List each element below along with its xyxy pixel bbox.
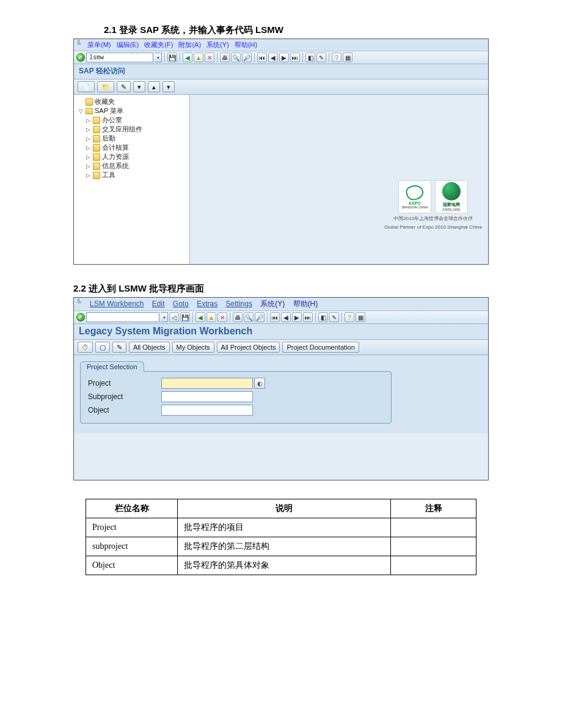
layout-icon[interactable]: ▦ (343, 53, 352, 62)
menu-item[interactable]: 帮助(H) (293, 300, 318, 308)
shortcut-icon[interactable]: ✎ (316, 53, 326, 62)
expo-logo: EXPO SHANGHAI CHINA (398, 180, 431, 213)
find-icon[interactable]: 🔍 (231, 53, 241, 62)
move-up-button[interactable]: ▴ (148, 81, 160, 92)
first-page-icon[interactable]: ⏮ (270, 312, 280, 322)
tcode-dropdown-icon[interactable]: ▾ (161, 312, 168, 322)
fav-create-button[interactable]: 📄 (78, 81, 95, 92)
menu-item[interactable]: Edit (152, 300, 165, 308)
tcode-dropdown-icon[interactable]: ▾ (155, 53, 162, 62)
search-help-icon[interactable]: ◐ (254, 378, 265, 389)
menu-item[interactable]: 帮助(H) (235, 41, 257, 48)
next-page-icon[interactable]: ▶ (292, 312, 302, 322)
folder-icon (86, 98, 93, 106)
help-icon[interactable]: ? (345, 312, 354, 322)
next-page-icon[interactable]: ▶ (279, 53, 289, 62)
save-icon[interactable]: 💾 (180, 312, 190, 322)
delete-fav-button[interactable]: ▾ (133, 81, 145, 92)
exit-icon[interactable]: ▲ (206, 312, 216, 322)
branding-footer-cn: 中国2010年上海世博会全球合作伙伴 (384, 216, 482, 222)
all-project-objects-button[interactable]: All Project Objects (217, 342, 280, 353)
tree-node[interactable]: 工具 (102, 171, 115, 180)
fav-folder-button[interactable]: 📁 (97, 81, 114, 92)
window-title: SAP 轻松访问 (74, 64, 488, 79)
tcode-input[interactable] (86, 53, 153, 62)
menu-item[interactable]: 菜单(M) (87, 41, 111, 48)
find-next-icon[interactable]: 🔎 (242, 53, 252, 62)
find-icon[interactable]: 🔍 (244, 312, 254, 322)
menubar: 菜单(M) 编辑(E) 收藏夹(F) 附加(A) 系统(Y) 帮助(H) (74, 39, 488, 51)
object-label: Object (88, 406, 161, 414)
last-page-icon[interactable]: ⏭ (290, 53, 300, 62)
tree-node[interactable]: 人力资源 (102, 152, 129, 161)
navigation-tree[interactable]: 收藏夹 ▽SAP 菜单 ▷办公室 ▷交叉应用组件 ▷后勤 ▷会计核算 ▷人力资源… (74, 95, 190, 264)
lsmw-window: ╚ LSM Workbench Edit Goto Extras Setting… (73, 297, 489, 480)
menu-item[interactable]: 附加(A) (178, 41, 201, 48)
change-entry-button[interactable]: ✎ (112, 342, 126, 353)
find-next-icon[interactable]: 🔎 (255, 312, 265, 322)
project-selection-tab: Project Selection (80, 361, 144, 372)
execute-button[interactable]: ⏱ (78, 342, 93, 353)
enter-icon[interactable]: ✓ (76, 313, 85, 322)
project-documentation-button[interactable]: Project Documentation (282, 342, 359, 353)
save-icon[interactable]: 💾 (167, 53, 177, 62)
folder-icon (93, 144, 100, 152)
back-icon-disabled[interactable]: ◁ (169, 312, 179, 322)
prev-page-icon[interactable]: ◀ (281, 312, 291, 322)
prev-page-icon[interactable]: ◀ (268, 53, 278, 62)
subproject-input[interactable] (161, 391, 253, 402)
enter-icon[interactable]: ✓ (76, 53, 85, 62)
table-header: 说明 (178, 499, 391, 518)
project-input[interactable] (161, 378, 253, 389)
cancel-icon[interactable]: ✕ (205, 53, 214, 62)
tree-node[interactable]: 后勤 (102, 134, 115, 143)
sap-easy-access-window: ╚ 菜单(M) 编辑(E) 收藏夹(F) 附加(A) 系统(Y) 帮助(H) ✓… (73, 39, 489, 265)
branding-footer-en: Global Partner of Expo 2010 Shanghai Chi… (384, 224, 482, 230)
print-icon[interactable]: 🖶 (233, 312, 243, 322)
menu-item[interactable]: 编辑(E) (117, 41, 139, 48)
standard-toolbar: ✓ ▾ ◁ 💾 ◀ ▲ ✕ 🖶 🔍 🔎 ⏮ ◀ ▶ ⏭ ◧ ✎ ? ▦ (74, 311, 488, 324)
shortcut-icon[interactable]: ✎ (329, 312, 339, 322)
empty-area (74, 433, 488, 480)
folder-icon (93, 135, 100, 142)
menu-item[interactable]: Goto (173, 300, 189, 308)
create-entry-button[interactable]: ▢ (95, 342, 110, 353)
menu-item[interactable]: Settings (226, 300, 252, 308)
all-objects-button[interactable]: All Objects (129, 342, 170, 353)
first-page-icon[interactable]: ⏮ (257, 53, 267, 62)
tree-node[interactable]: 交叉应用组件 (102, 125, 142, 134)
project-label: Project (88, 379, 161, 388)
tree-node[interactable]: 办公室 (102, 116, 122, 125)
back-icon[interactable]: ◀ (183, 53, 192, 62)
object-input[interactable] (161, 405, 253, 416)
menu-item[interactable]: LSM Workbench (90, 300, 144, 308)
content-area: EXPO SHANGHAI CHINA 国家电网 STATE GRID 中国20… (190, 95, 488, 264)
folder-icon (93, 172, 100, 179)
folder-open-icon (86, 108, 93, 114)
menubar: LSM Workbench Edit Goto Extras Settings … (74, 298, 488, 311)
move-down-button[interactable]: ▾ (162, 81, 175, 92)
print-icon[interactable]: 🖶 (220, 53, 230, 62)
tree-node-favorites[interactable]: 收藏夹 (95, 97, 115, 106)
help-icon[interactable]: ? (332, 53, 341, 62)
tree-node[interactable]: 会计核算 (102, 143, 129, 152)
my-objects-button[interactable]: My Objects (172, 342, 214, 353)
state-grid-logo: 国家电网 STATE GRID (435, 180, 468, 213)
sap-corner-icon: ╚ (76, 298, 81, 306)
new-session-icon[interactable]: ◧ (305, 53, 315, 62)
last-page-icon[interactable]: ⏭ (303, 312, 313, 322)
exit-icon[interactable]: ▲ (194, 53, 203, 62)
menu-item[interactable]: 系统(Y) (206, 41, 229, 48)
layout-icon[interactable]: ▦ (356, 312, 365, 322)
back-icon[interactable]: ◀ (195, 312, 205, 322)
menu-item[interactable]: Extras (197, 300, 217, 308)
tcode-input[interactable] (86, 312, 159, 322)
cancel-icon[interactable]: ✕ (217, 312, 227, 322)
menu-item[interactable]: 系统(Y) (260, 300, 285, 308)
tree-node[interactable]: 信息系统 (102, 161, 129, 171)
menu-item[interactable]: 收藏夹(F) (144, 41, 173, 48)
new-session-icon[interactable]: ◧ (318, 312, 328, 322)
tree-node-sap-menu[interactable]: SAP 菜单 (95, 106, 123, 116)
table-header: 栏位名称 (86, 499, 178, 518)
other-menu-button[interactable]: ✎ (117, 81, 131, 92)
